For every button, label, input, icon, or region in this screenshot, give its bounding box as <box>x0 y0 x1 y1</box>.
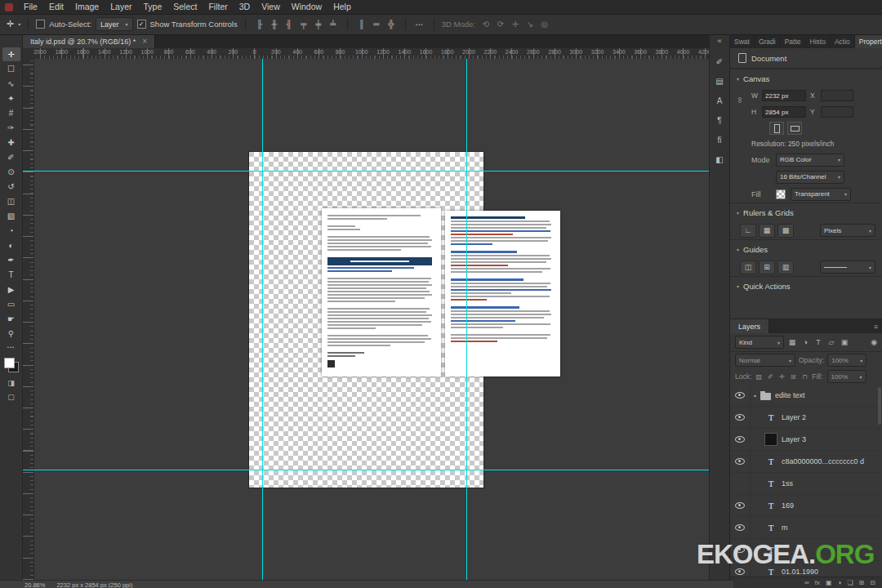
y-field[interactable] <box>821 106 853 118</box>
layer-name[interactable]: m <box>782 523 788 532</box>
eraser-tool[interactable]: ◫ <box>2 194 20 208</box>
more-options-icon[interactable]: ••• <box>413 18 426 31</box>
distribute-horizontal-icon[interactable]: ═ <box>370 18 383 31</box>
lock-position-icon[interactable]: ✛ <box>777 372 786 381</box>
foreground-color-swatch[interactable] <box>4 358 15 368</box>
grid-snap-icon[interactable]: ▩ <box>777 224 794 238</box>
layer-name[interactable]: 169 <box>782 501 794 510</box>
visibility-toggle[interactable] <box>730 385 751 406</box>
layer-row[interactable]: ▾ T edite text <box>730 385 882 407</box>
type-tool[interactable]: T <box>2 268 20 282</box>
menu-item[interactable]: 3D <box>234 0 256 14</box>
section-rulers-grids[interactable]: ▾ Rulers & Grids <box>730 203 882 221</box>
edit-toolbar-icon[interactable]: ••• <box>7 345 15 350</box>
delete-layer-icon[interactable]: ⊟ <box>870 577 875 588</box>
color-mode-select[interactable]: RGB Color ▾ <box>776 154 844 167</box>
brush-tool[interactable]: ✐ <box>2 150 20 164</box>
layer-row[interactable]: ▾ T c8a0000000...ccccccc0 d <box>730 451 882 473</box>
align-right-edges-icon[interactable]: ╢ <box>283 18 296 31</box>
align-vertical-centers-icon[interactable]: ╪ <box>312 18 325 31</box>
layer-name[interactable]: 1ss <box>782 479 793 488</box>
3d-slide-icon[interactable]: ↘ <box>523 18 537 31</box>
align-top-edges-icon[interactable]: ╤ <box>297 18 310 31</box>
color-swatches[interactable] <box>3 357 20 373</box>
units-select[interactable]: Pixels ▾ <box>820 224 875 237</box>
align-horizontal-centers-icon[interactable]: ╫ <box>268 18 281 31</box>
panel-tab[interactable]: Patte <box>781 34 806 48</box>
vertical-ruler[interactable] <box>23 59 34 580</box>
adjustments-panel-icon[interactable]: ◧ <box>711 151 728 167</box>
menu-item[interactable]: Select <box>167 0 203 14</box>
lock-transparent-pixels-icon[interactable]: ▨ <box>754 372 764 381</box>
layer-name[interactable]: edite text <box>775 391 805 399</box>
adjustment-layer-icon[interactable]: ◑ <box>838 577 842 588</box>
distribute-centers-icon[interactable]: ╬ <box>385 18 398 31</box>
panel-menu-icon[interactable]: ≡ <box>870 319 882 333</box>
close-icon[interactable]: × <box>142 37 147 46</box>
zoom-tool[interactable]: ⚲ <box>2 327 20 341</box>
3d-roll-icon[interactable]: ⟳ <box>494 18 507 31</box>
menu-item[interactable]: Image <box>69 0 105 14</box>
text-layer-thumbnail[interactable]: T <box>764 521 777 534</box>
visibility-toggle[interactable] <box>730 473 751 494</box>
filter-shape-layers-icon[interactable]: ▱ <box>826 336 837 348</box>
pen-tool[interactable]: ✒ <box>2 253 20 267</box>
crop-tool[interactable]: # <box>2 106 20 120</box>
auto-select-checkbox[interactable] <box>36 20 45 29</box>
menu-item[interactable]: Filter <box>203 0 233 14</box>
brush-settings-panel-icon[interactable]: ✐ <box>711 53 728 69</box>
x-field[interactable] <box>821 90 853 101</box>
menu-item[interactable]: Edit <box>43 0 69 14</box>
new-group-icon[interactable]: ❏ <box>847 577 853 588</box>
guide-horizontal-bottom[interactable] <box>23 470 709 470</box>
character-panel-icon[interactable]: A <box>711 92 728 109</box>
add-layer-mask-icon[interactable]: ▣ <box>826 577 832 588</box>
menu-item[interactable]: View <box>256 0 286 14</box>
dodge-tool[interactable]: ◐ <box>2 238 20 252</box>
text-layer-thumbnail[interactable]: T <box>764 477 777 490</box>
filter-adjustment-layers-icon[interactable]: ◑ <box>800 336 811 348</box>
blur-tool[interactable]: ◔ <box>2 224 20 238</box>
image-layer-thumbnail[interactable] <box>764 433 777 446</box>
clone-stamp-tool[interactable]: ⊙ <box>2 165 20 179</box>
3d-rotate-icon[interactable]: ⟲ <box>479 18 492 31</box>
visibility-toggle[interactable] <box>730 429 751 450</box>
panel-tab[interactable]: Swat <box>730 34 755 48</box>
move-tool[interactable]: ✛ <box>2 47 20 61</box>
bit-depth-select[interactable]: 16 Bits/Channel ▾ <box>776 171 844 184</box>
3d-scale-icon[interactable]: ◎ <box>538 18 551 31</box>
text-layer-thumbnail[interactable]: T <box>764 411 777 424</box>
guide-layout-icon[interactable]: ⊞ <box>759 261 775 274</box>
layer-name[interactable]: Layer 3 <box>782 435 806 443</box>
filter-pixel-layers-icon[interactable]: ▦ <box>786 336 798 348</box>
panel-tab[interactable]: Properties <box>855 34 882 48</box>
clear-guides-icon[interactable]: ▥ <box>777 261 794 274</box>
filter-toggle-icon[interactable]: ◉ <box>871 338 877 346</box>
guide-horizontal-top[interactable] <box>23 171 709 172</box>
3d-drag-icon[interactable]: ✛ <box>509 18 522 31</box>
visibility-toggle[interactable] <box>730 451 751 472</box>
menu-item[interactable]: File <box>18 0 43 14</box>
add-guide-icon[interactable]: ◫ <box>740 261 756 274</box>
text-layer-thumbnail[interactable]: T <box>764 455 777 468</box>
section-guides[interactable]: ▾ Guides <box>730 239 882 258</box>
canvas-area[interactable] <box>23 59 709 580</box>
lock-image-pixels-icon[interactable]: ✐ <box>765 372 775 381</box>
guide-stroke-select[interactable]: ▾ <box>820 261 875 274</box>
hand-tool[interactable]: ☛ <box>2 312 20 326</box>
layer-name[interactable]: Layer 2 <box>782 413 806 421</box>
width-field[interactable]: 2232 px <box>762 90 806 101</box>
glyphs-panel-icon[interactable]: fi <box>711 131 728 148</box>
layer-row[interactable]: ▾ T Layer 2 <box>730 407 882 429</box>
guide-vertical-left[interactable] <box>262 59 263 580</box>
visibility-toggle[interactable] <box>730 495 751 516</box>
ruler-icon[interactable]: ∟ <box>740 224 756 238</box>
layer-row[interactable]: ▾ T 1ss <box>730 473 882 495</box>
expand-panels-icon[interactable]: « <box>717 37 721 45</box>
filter-smart-objects-icon[interactable]: ▣ <box>839 336 850 348</box>
lock-all-icon[interactable]: ⊓ <box>800 372 809 381</box>
text-layer-thumbnail[interactable]: T <box>764 499 777 512</box>
auto-select-target-select[interactable]: Layer ▾ <box>96 17 133 31</box>
layer-fill-select[interactable]: 100% ▾ <box>827 370 866 383</box>
zoom-level-field[interactable]: 20.86% <box>24 581 45 588</box>
